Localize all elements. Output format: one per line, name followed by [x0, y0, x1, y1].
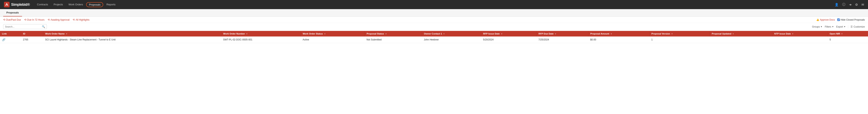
col-owner-contact-1-label: Owner Contact 1 — [424, 33, 442, 35]
col-proposal-amount: Proposal Amount ▿ — [588, 31, 649, 36]
export-chevron-icon: ▼ — [844, 26, 845, 28]
row-rfp-issue-date-value: 5/20/2024 — [483, 38, 493, 41]
groups-button[interactable]: Groups ▼ — [812, 25, 823, 28]
navbar: Simplebid® Contracts Projects Work Order… — [0, 0, 868, 9]
col-proposal-status-filter-icon[interactable]: ▿ — [385, 33, 386, 35]
row-work-order-number-value: SWT-PL-02-DOC-0005-001 — [223, 38, 252, 41]
tab-proposals[interactable]: Proposals — [3, 9, 22, 16]
due-72hrs-icon: ⟲ — [24, 18, 26, 21]
filter-due-72hrs-label: Due In 72 Hours — [27, 18, 44, 21]
nav-contracts[interactable]: Contracts — [34, 2, 51, 7]
filter-all-highlights[interactable]: ⟲ All Highlights — [73, 18, 89, 21]
table-row: 🔗 2765 SCI Laurel Highlands - Steam Line… — [0, 36, 868, 43]
filter-awaiting-approval[interactable]: ⟲ Awaiting Approval — [48, 18, 69, 21]
hide-closed-proposals-text: Hide Closed Proposals — [841, 18, 865, 21]
cell-work-order-number: SWT-PL-02-DOC-0005-001 — [221, 36, 301, 43]
user-icon[interactable]: 👤 — [835, 3, 839, 6]
col-rfp-issue-date: RFP Issue Date ▿ — [481, 31, 536, 36]
nav-proposals[interactable]: Proposals — [86, 2, 103, 7]
filters-chevron-icon: ▼ — [832, 26, 834, 28]
col-work-order-name: Work Order Name ▿ — [43, 31, 221, 36]
col-work-order-number-filter-icon[interactable]: ▿ — [246, 33, 247, 35]
filters-button[interactable]: Filters ▼ — [825, 25, 834, 28]
row-proposal-version-value: 1 — [651, 38, 653, 41]
page-wrapper: Proposals ⟲ Due/Past Due ⟲ Due In 72 Hou… — [0, 9, 868, 114]
col-ntp-issue-date: NTP Issue Date ▿ — [772, 31, 828, 36]
link-icon[interactable]: 🔗 — [2, 38, 5, 41]
cell-proposal-amount: $0.00 — [588, 36, 649, 43]
col-work-order-status-filter-icon[interactable]: ▿ — [324, 33, 325, 35]
col-owner-contact-1: Owner Contact 1 ▿ — [422, 31, 481, 36]
navbar-icons: 👤 ⓘ ➜ ⚙ ✉ — [835, 3, 864, 7]
hide-closed-proposals-checkbox[interactable] — [837, 18, 840, 21]
nav-projects[interactable]: Projects — [51, 2, 65, 7]
col-open-nir-filter-icon[interactable]: ▿ — [841, 33, 842, 35]
svg-rect-0 — [4, 2, 9, 7]
search-input[interactable] — [5, 25, 42, 28]
filter-due-past-due[interactable]: ⟲ Due/Past Due — [3, 18, 21, 21]
row-work-order-status-value: Active — [303, 38, 309, 41]
cell-work-order-status: Active — [301, 36, 365, 43]
filter-due-past-due-label: Due/Past Due — [6, 18, 21, 21]
col-proposal-amount-label: Proposal Amount — [590, 33, 609, 35]
col-ntp-issue-date-filter-icon[interactable]: ▿ — [792, 33, 793, 35]
page-tabs: Proposals — [0, 9, 868, 17]
table-header-row: Link ID Work Order Name ▿ Work Order Num… — [0, 31, 868, 36]
cell-proposal-updated — [710, 36, 772, 43]
toolbar-right: 👍 Approve Docs Hide Closed Proposals — [816, 18, 865, 21]
col-link: Link — [0, 31, 21, 36]
col-open-nir: Open NIR ▿ — [828, 31, 868, 36]
groups-chevron-icon: ▼ — [820, 26, 823, 28]
col-proposal-status: Proposal Status ▿ — [365, 31, 422, 36]
approve-docs-icon: 👍 — [816, 18, 819, 21]
brand-name: Simplebid® — [11, 3, 30, 7]
col-proposal-updated-label: Proposal Updated — [712, 33, 731, 35]
cell-link: 🔗 — [0, 36, 21, 43]
approve-docs-label: Approve Docs — [820, 18, 835, 21]
settings-icon[interactable]: ⚙ — [855, 3, 858, 6]
nav-links: Contracts Projects Work Orders Proposals… — [34, 2, 830, 7]
col-work-order-status: Work Order Status ▿ — [301, 31, 365, 36]
col-work-order-name-filter-icon[interactable]: ▿ — [66, 33, 67, 35]
row-id-value: 2765 — [23, 38, 28, 41]
row-open-nir-value: 5 — [830, 38, 831, 41]
col-rfp-issue-date-label: RFP Issue Date — [483, 33, 500, 35]
filter-due-72hrs[interactable]: ⟲ Due In 72 Hours — [24, 18, 44, 21]
toolbar: ⟲ Due/Past Due ⟲ Due In 72 Hours ⟲ Await… — [0, 17, 868, 23]
search-bar: 🔍 Groups ▼ Filters ▼ Export ▼ ☰ Customiz… — [0, 23, 868, 31]
nav-work-orders[interactable]: Work Orders — [66, 2, 85, 7]
cell-ntp-issue-date — [772, 36, 828, 43]
col-proposal-version-filter-icon[interactable]: ▿ — [672, 33, 673, 35]
filters-label: Filters — [825, 25, 831, 28]
export-button[interactable]: Export ▼ — [836, 25, 846, 28]
nav-reports[interactable]: Reports — [104, 2, 118, 7]
approve-docs-button[interactable]: 👍 Approve Docs — [816, 18, 835, 21]
hide-closed-proposals-label: Hide Closed Proposals — [837, 18, 865, 21]
row-rfp-due-date-value: 7/25/2024 — [538, 38, 549, 41]
proposals-table-wrap: Link ID Work Order Name ▿ Work Order Num… — [0, 31, 868, 43]
cell-open-nir: 5 — [828, 36, 868, 43]
col-rfp-issue-date-filter-icon[interactable]: ▿ — [501, 33, 502, 35]
row-work-order-name-value[interactable]: SCI Laurel Highlands - Steam Line Replac… — [45, 38, 116, 41]
search-icon: 🔍 — [42, 25, 45, 28]
col-rfp-due-date: RFP Due Date ▿ — [536, 31, 588, 36]
col-proposal-amount-filter-icon[interactable]: ▿ — [611, 33, 612, 35]
filter-awaiting-approval-label: Awaiting Approval — [51, 18, 69, 21]
cell-id: 2765 — [21, 36, 43, 43]
question-icon[interactable]: ⓘ — [842, 3, 845, 7]
cell-owner-contact-1: John Heebner — [422, 36, 481, 43]
col-proposal-updated: Proposal Updated ▿ — [710, 31, 772, 36]
col-rfp-due-date-filter-icon[interactable]: ▿ — [555, 33, 556, 35]
all-highlights-icon: ⟲ — [73, 18, 75, 21]
customize-button[interactable]: ☰ Customize — [848, 25, 865, 28]
col-proposal-updated-filter-icon[interactable]: ▿ — [733, 33, 734, 35]
col-work-order-name-label: Work Order Name — [45, 33, 65, 35]
search-right: Groups ▼ Filters ▼ Export ▼ ☰ Customize — [812, 25, 865, 28]
notifications-icon[interactable]: ✉ — [862, 3, 864, 6]
logout-icon[interactable]: ➜ — [849, 3, 851, 6]
cell-proposal-version: 1 — [649, 36, 710, 43]
col-owner-contact-1-filter-icon[interactable]: ▿ — [443, 33, 444, 35]
due-past-due-icon: ⟲ — [3, 18, 5, 21]
awaiting-approval-icon: ⟲ — [48, 18, 50, 21]
col-work-order-number-label: Work Order Number — [223, 33, 245, 35]
